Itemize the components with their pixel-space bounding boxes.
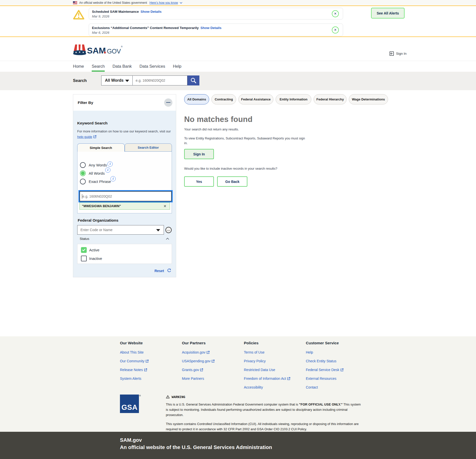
svg-text:®: ® <box>121 45 123 48</box>
svg-text:GOV: GOV <box>107 48 121 55</box>
svg-text:★: ★ <box>103 50 107 54</box>
